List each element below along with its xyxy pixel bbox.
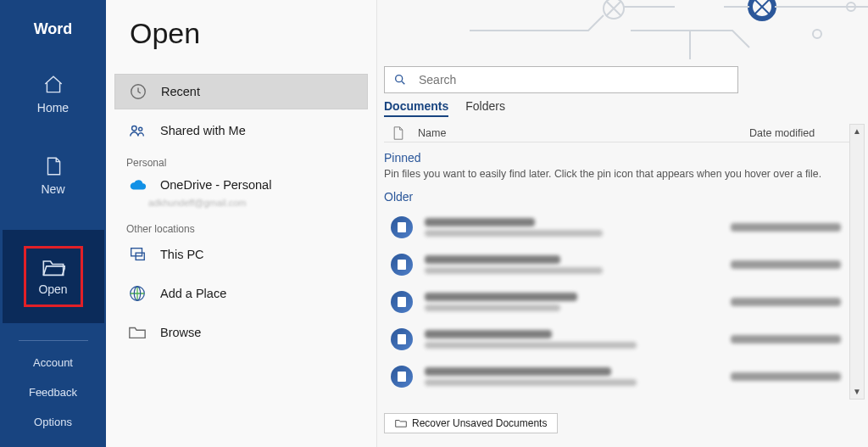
svg-rect-3 (131, 249, 142, 256)
folder-open-icon (42, 257, 65, 277)
nav-divider (19, 340, 88, 341)
source-shared-label: Shared with Me (160, 124, 246, 137)
cloud-icon (126, 174, 148, 196)
doc-icon (392, 126, 404, 140)
nav-home[interactable]: Home (0, 64, 106, 123)
scrollbar[interactable]: ▲ ▼ (849, 124, 865, 400)
source-browse-label: Browse (160, 326, 201, 339)
section-pinned: Pinned (384, 151, 421, 165)
group-other: Other locations (114, 220, 376, 237)
source-add-place[interactable]: Add a Place (114, 276, 368, 311)
nav-new-label: New (41, 182, 64, 196)
nav-options[interactable]: Options (0, 407, 106, 437)
nav-sidebar: Word Home New Open Account Feedback Opti… (0, 0, 106, 447)
source-browse[interactable]: Browse (114, 315, 368, 350)
file-row[interactable] (384, 283, 841, 321)
recover-unsaved-button[interactable]: Recover Unsaved Documents (384, 413, 558, 433)
tab-documents[interactable]: Documents (384, 97, 448, 117)
nav-open-label: Open (38, 282, 67, 296)
nav-open-selected[interactable]: Open (3, 230, 104, 323)
tab-folders[interactable]: Folders (465, 97, 505, 117)
sources-panel: Open Recent Shared with Me Personal OneD… (106, 0, 377, 447)
pc-icon (126, 243, 148, 265)
column-headers: Name Date modified (384, 124, 851, 142)
people-icon (126, 120, 148, 142)
pinned-hint: Pin files you want to easily find later.… (384, 168, 821, 180)
source-this-pc-label: This PC (160, 248, 204, 261)
new-doc-icon (42, 155, 64, 177)
source-recent[interactable]: Recent (114, 74, 368, 109)
source-add-place-label: Add a Place (160, 287, 226, 300)
svg-point-11 (396, 75, 403, 82)
page-title: Open (130, 17, 376, 50)
source-shared[interactable]: Shared with Me (114, 113, 368, 148)
nav-open-highlight: Open (24, 246, 83, 307)
nav-new[interactable]: New (0, 145, 106, 204)
nav-account[interactable]: Account (0, 348, 106, 377)
add-place-icon (126, 282, 148, 305)
section-older: Older (384, 190, 413, 204)
nav-home-label: Home (37, 101, 69, 115)
file-list (384, 209, 841, 395)
scroll-down-icon[interactable]: ▼ (850, 385, 864, 399)
search-icon (393, 73, 407, 87)
file-row[interactable] (384, 358, 841, 395)
source-onedrive-sub: adkhundeff@gmail.com (148, 198, 376, 215)
source-this-pc[interactable]: This PC (114, 237, 368, 272)
word-doc-icon (391, 291, 413, 313)
word-doc-icon (391, 254, 413, 276)
source-onedrive-label: OneDrive - Personal (160, 178, 271, 192)
search-box[interactable] (384, 66, 738, 93)
group-personal: Personal (114, 154, 376, 170)
col-date[interactable]: Date modified (749, 127, 851, 139)
main-panel: Documents Folders Name Date modified Pin… (377, 0, 868, 447)
svg-point-2 (139, 127, 142, 131)
home-icon (42, 74, 64, 96)
word-doc-icon (391, 328, 413, 350)
svg-point-1 (132, 126, 137, 131)
file-row[interactable] (384, 321, 841, 358)
source-recent-label: Recent (161, 85, 200, 98)
source-onedrive[interactable]: OneDrive - Personal (114, 170, 368, 199)
col-name[interactable]: Name (418, 127, 749, 139)
app-brand: Word (34, 20, 73, 38)
scroll-up-icon[interactable]: ▲ (850, 125, 864, 138)
file-row[interactable] (384, 209, 841, 246)
folder-recover-icon (395, 418, 407, 428)
word-doc-icon (391, 216, 413, 238)
recover-label: Recover Unsaved Documents (412, 417, 547, 429)
nav-feedback[interactable]: Feedback (0, 377, 106, 407)
search-input[interactable] (417, 72, 729, 87)
clock-icon (127, 81, 149, 103)
word-doc-icon (391, 366, 413, 388)
file-row[interactable] (384, 246, 841, 283)
folder-icon (126, 321, 148, 344)
